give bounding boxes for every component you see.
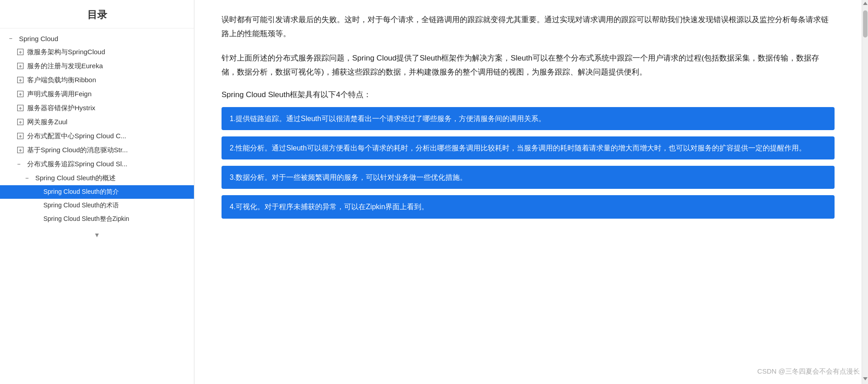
toc-item-sleuth-overview[interactable]: −Spring Cloud Sleuth的概述 (0, 171, 194, 185)
scroll-down-arrow[interactable] (863, 377, 868, 380)
scroll-up-arrow[interactable] (863, 2, 868, 5)
toc-item-sleuth-terms[interactable]: Spring Cloud Sleuth的术语 (0, 199, 194, 212)
content-para-2: 针对上面所述的分布式服务跟踪问题，Spring Cloud提供了Sleuth框架… (222, 51, 835, 80)
toc-icon-ribbon: + (17, 77, 25, 84)
sidebar-scroll[interactable]: −Spring Cloud+微服务架构与SpringCloud+服务的注册与发现… (0, 28, 194, 384)
toc-icon-service-registry: + (17, 63, 25, 70)
toc-item-feign[interactable]: +声明式服务调用Feign (0, 87, 194, 101)
toc-label-service-registry: 服务的注册与发现Eureka (27, 62, 103, 70)
toc-item-config-center[interactable]: +分布式配置中心Spring Cloud C... (0, 129, 194, 143)
content-para-1: 误时都有可能引发请求最后的失败。这时，对于每个请求，全链路调用的跟踪就变得尤其重… (222, 13, 835, 41)
sidebar-bottom-arrow: ▼ (0, 229, 194, 240)
toc-label-sleuth-terms: Spring Cloud Sleuth的术语 (43, 201, 119, 210)
toc-icon-sleuth-overview: − (25, 175, 33, 182)
toc-label-sleuth-root: 分布式服务追踪Spring Cloud Sl... (27, 160, 127, 169)
toc-label-sleuth-zipkin: Spring Cloud Sleuth整合Zipkin (43, 215, 129, 223)
toc-item-sleuth-intro[interactable]: Spring Cloud Sleuth的简介 (0, 185, 194, 199)
highlight-block-4: 4.可视化。对于程序未捕获的异常，可以在Zipkin界面上看到。 (222, 195, 835, 218)
sidebar: 目录 −Spring Cloud+微服务架构与SpringCloud+服务的注册… (0, 0, 194, 384)
main-content[interactable]: 误时都有可能引发请求最后的失败。这时，对于每个请求，全链路调用的跟踪就变得尤其重… (194, 0, 862, 384)
toc-icon-msg-driven: + (17, 147, 25, 154)
toc-icon-sleuth-root: − (17, 161, 25, 168)
right-scrollbar[interactable] (862, 0, 868, 384)
sidebar-title: 目录 (0, 0, 194, 28)
toc-label-microservice-arch: 微服务架构与SpringCloud (27, 48, 105, 56)
toc-icon-spring-cloud: − (9, 35, 17, 42)
toc-label-hystrix: 服务器容错保护Hystrix (27, 104, 95, 112)
toc-icon-feign: + (17, 91, 25, 98)
toc-item-service-registry[interactable]: +服务的注册与发现Eureka (0, 59, 194, 73)
toc-item-sleuth-root[interactable]: −分布式服务追踪Spring Cloud Sl... (0, 157, 194, 171)
highlight-block-1: 1.提供链路追踪。通过Sleuth可以很清楚看出一个请求经过了哪些服务，方便清服… (222, 107, 835, 130)
toc-item-microservice-arch[interactable]: +微服务架构与SpringCloud (0, 45, 194, 59)
toc-icon-zuul: + (17, 119, 25, 126)
toc-label-ribbon: 客户端负载均衡Ribbon (27, 76, 96, 84)
highlight-block-3: 3.数据分析。对于一些被频繁调用的服务，可以针对业务做一些优化措施。 (222, 166, 835, 189)
toc-item-msg-driven[interactable]: +基于Spring Cloud的消息驱动Str... (0, 143, 194, 157)
scrollbar-thumb[interactable] (863, 10, 868, 37)
toc-icon-hystrix: + (17, 105, 25, 112)
toc-label-sleuth-intro: Spring Cloud Sleuth的简介 (43, 188, 119, 196)
toc-icon-microservice-arch: + (17, 49, 25, 56)
highlight-block-2: 2.性能分析。通过Sleuth可以很方便看出每个请求的耗时，分析出哪些服务调用比… (222, 136, 835, 159)
toc-icon-config-center: + (17, 133, 25, 140)
toc-label-zuul: 网关服务Zuul (27, 118, 67, 126)
toc-item-sleuth-zipkin[interactable]: Spring Cloud Sleuth整合Zipkin (0, 212, 194, 226)
toc-item-hystrix[interactable]: +服务器容错保护Hystrix (0, 101, 194, 115)
toc-label-feign: 声明式服务调用Feign (27, 90, 92, 98)
toc-item-ribbon[interactable]: +客户端负载均衡Ribbon (0, 73, 194, 87)
toc-label-config-center: 分布式配置中心Spring Cloud C... (27, 132, 126, 140)
section-header: Spring Cloud Sleuth框架具有以下4个特点： (222, 89, 835, 100)
toc-item-spring-cloud[interactable]: −Spring Cloud (0, 32, 194, 45)
toc-label-msg-driven: 基于Spring Cloud的消息驱动Str... (27, 146, 128, 155)
toc-item-zuul[interactable]: +网关服务Zuul (0, 115, 194, 129)
toc-list: −Spring Cloud+微服务架构与SpringCloud+服务的注册与发现… (0, 28, 194, 229)
toc-label-spring-cloud: Spring Cloud (19, 35, 58, 42)
toc-label-sleuth-overview: Spring Cloud Sleuth的概述 (35, 174, 116, 183)
